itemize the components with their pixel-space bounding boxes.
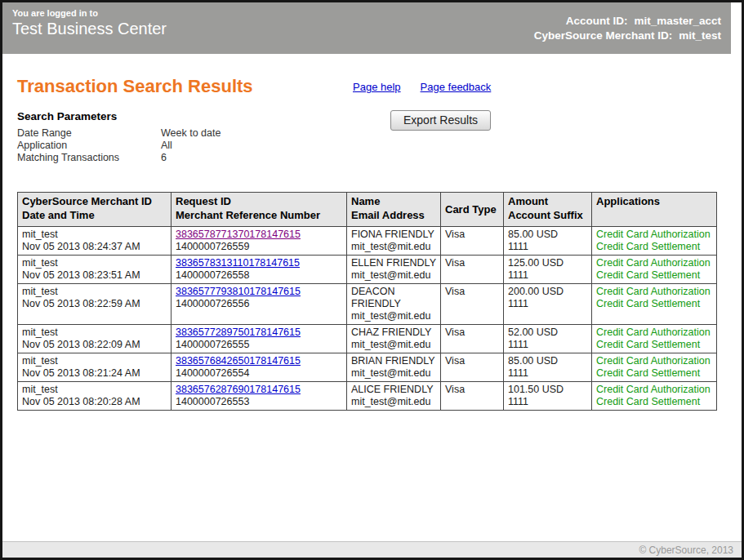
customer-name: ALICE FRIENDLY: [351, 384, 436, 396]
col-header-merchant-id-date: CyberSource Merchant ID Date and Time: [18, 193, 172, 227]
cell-merchant-date: mit_test Nov 05 2013 08:24:37 AM: [18, 227, 172, 256]
logged-in-prefix: You are logged in to: [12, 8, 167, 19]
merchant-id: mit_test: [22, 229, 167, 241]
banner-account-info: Account ID:mit_master_acct CyberSource M…: [534, 8, 721, 54]
param-label: Matching Transactions: [17, 152, 161, 164]
application-label: Credit Card Settlement: [596, 241, 712, 253]
merchant-id: mit_test: [22, 327, 167, 339]
merchant-reference-number: 1400000726555: [176, 339, 342, 351]
cell-request-ref: 3836576842650178147615 1400000726554: [172, 353, 347, 382]
account-suffix: 1111: [508, 339, 587, 351]
col-header-line1: Name: [351, 194, 436, 208]
cell-merchant-date: mit_test Nov 05 2013 08:21:24 AM: [18, 353, 172, 382]
col-header-line1: CyberSource Merchant ID: [22, 194, 167, 208]
cell-request-ref: 3836576287690178147615 1400000726553: [172, 382, 347, 411]
main-content: Transaction Search Results Page help Pag…: [2, 76, 742, 411]
table-row: mit_test Nov 05 2013 08:20:28 AM 3836576…: [18, 382, 717, 411]
cell-applications: Credit Card Authorization Credit Card Se…: [592, 284, 717, 325]
col-header-line1: Card Type: [445, 202, 499, 216]
customer-name: BRIAN FRIENDLY: [351, 355, 436, 367]
col-header-line1: Amount: [508, 194, 587, 208]
customer-name: ELLEN FRIENDLY: [351, 257, 436, 269]
param-value: All: [161, 140, 172, 152]
application-label: Credit Card Authorization: [596, 286, 712, 298]
help-links: Page help Page feedback: [353, 81, 491, 93]
col-header-line1: Applications: [596, 194, 712, 208]
request-id-link[interactable]: 3836577793810178147615: [176, 286, 301, 297]
merchant-id-line: CyberSource Merchant ID:mit_test: [534, 29, 721, 43]
cell-name-email: CHAZ FRIENDLY mit_test@mit.edu: [347, 325, 441, 353]
customer-email: mit_test@mit.edu: [351, 310, 436, 322]
customer-email: mit_test@mit.edu: [351, 367, 436, 380]
col-header-applications: Applications: [592, 193, 717, 227]
page-help-link[interactable]: Page help: [353, 81, 401, 93]
param-row-matching-transactions: Matching Transactions 6: [17, 152, 727, 164]
param-row-application: Application All: [17, 140, 727, 152]
banner-login-info: You are logged in to Test Business Cente…: [12, 8, 167, 54]
merchant-id-label: CyberSource Merchant ID:: [534, 29, 673, 42]
application-label: Credit Card Authorization: [596, 384, 712, 396]
application-label: Credit Card Authorization: [596, 355, 712, 367]
request-id-link[interactable]: 3836577289750178147615: [176, 327, 301, 338]
page-feedback-link[interactable]: Page feedback: [421, 81, 492, 93]
app-name: Test Business Center: [12, 19, 167, 38]
merchant-reference-number: 1400000726554: [176, 367, 342, 380]
cell-request-ref: 3836578313110178147615 1400000726558: [172, 256, 347, 284]
merchant-id: mit_test: [22, 257, 167, 269]
customer-email: mit_test@mit.edu: [351, 269, 436, 282]
cell-merchant-date: mit_test Nov 05 2013 08:20:28 AM: [18, 382, 172, 411]
request-id-link[interactable]: 3836578771370178147615: [176, 229, 301, 240]
cell-card-type: Visa: [441, 382, 504, 411]
customer-email: mit_test@mit.edu: [351, 241, 436, 253]
param-row-date-range: Date Range Week to date: [17, 127, 727, 140]
title-row: Transaction Search Results Page help Pag…: [17, 76, 727, 97]
export-results-button[interactable]: Export Results: [390, 110, 491, 131]
application-label: Credit Card Authorization: [596, 327, 712, 339]
application-label: Credit Card Authorization: [596, 229, 712, 241]
search-parameters-section: Search Parameters Date Range Week to dat…: [17, 110, 727, 164]
merchant-reference-number: 1400000726553: [176, 396, 342, 408]
cell-card-type: Visa: [441, 325, 504, 353]
page-footer: © CyberSource, 2013: [2, 541, 742, 558]
cell-name-email: BRIAN FRIENDLY mit_test@mit.edu: [347, 353, 441, 382]
account-id-line: Account ID:mit_master_acct: [534, 14, 721, 29]
cell-amount-suffix: 101.50 USD 1111: [504, 382, 592, 411]
account-suffix: 1111: [508, 298, 587, 310]
copyright-text: © CyberSource, 2013: [639, 544, 733, 556]
date-time: Nov 05 2013 08:21:24 AM: [22, 367, 167, 380]
customer-email: mit_test@mit.edu: [351, 396, 436, 408]
merchant-reference-number: 1400000726559: [176, 241, 342, 253]
application-label: Credit Card Settlement: [596, 339, 712, 351]
col-header-line2: Date and Time: [22, 208, 167, 222]
table-header-row: CyberSource Merchant ID Date and Time Re…: [18, 193, 717, 227]
application-label: Credit Card Settlement: [596, 367, 712, 380]
transaction-results-table: CyberSource Merchant ID Date and Time Re…: [17, 192, 717, 411]
cell-request-ref: 3836577289750178147615 1400000726555: [172, 325, 347, 353]
request-id-link[interactable]: 3836576842650178147615: [176, 355, 301, 367]
merchant-id: mit_test: [22, 384, 167, 396]
cell-amount-suffix: 125.00 USD 1111: [504, 256, 592, 284]
table-row: mit_test Nov 05 2013 08:21:24 AM 3836576…: [18, 353, 717, 382]
request-id-link[interactable]: 3836576287690178147615: [176, 384, 301, 395]
cell-name-email: FIONA FRIENDLY mit_test@mit.edu: [347, 227, 441, 256]
date-time: Nov 05 2013 08:23:51 AM: [22, 269, 167, 282]
merchant-id: mit_test: [22, 286, 167, 298]
account-id-label: Account ID:: [566, 15, 628, 27]
cell-merchant-date: mit_test Nov 05 2013 08:22:09 AM: [18, 325, 172, 353]
cell-card-type: Visa: [441, 227, 504, 256]
col-header-line2: Merchant Reference Number: [176, 208, 342, 222]
param-label: Application: [17, 140, 161, 152]
customer-name: DEACON FRIENDLY: [351, 286, 436, 310]
cell-amount-suffix: 200.00 USD 1111: [504, 284, 592, 325]
cell-amount-suffix: 85.00 USD 1111: [504, 353, 592, 382]
cell-amount-suffix: 85.00 USD 1111: [504, 227, 592, 256]
date-time: Nov 05 2013 08:22:09 AM: [22, 339, 167, 351]
application-label: Credit Card Settlement: [596, 298, 712, 310]
cell-amount-suffix: 52.00 USD 1111: [504, 325, 592, 353]
account-suffix: 1111: [508, 367, 587, 380]
cell-request-ref: 3836578771370178147615 1400000726559: [172, 227, 347, 256]
amount: 101.50 USD: [508, 384, 587, 396]
request-id-link[interactable]: 3836578313110178147615: [176, 257, 300, 269]
amount: 125.00 USD: [508, 257, 587, 269]
cell-applications: Credit Card Authorization Credit Card Se…: [592, 227, 717, 256]
